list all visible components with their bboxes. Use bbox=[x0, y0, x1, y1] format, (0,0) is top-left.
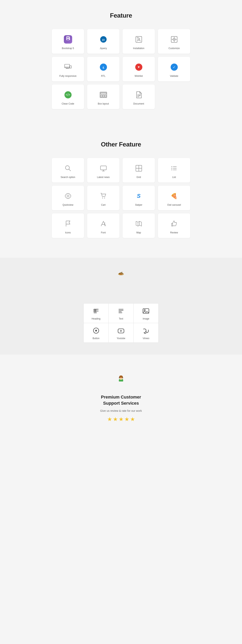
star-5: ★ bbox=[130, 416, 135, 422]
owl-icon-wrap: 🍕 bbox=[169, 191, 179, 201]
text-icon bbox=[117, 308, 125, 316]
youtube-label: Youtube bbox=[117, 337, 125, 340]
feature-card-responsive: Fully responsive bbox=[52, 57, 84, 81]
owlcarousel-label: Owl carousel bbox=[167, 204, 181, 206]
other-card-quickview: Quickview bbox=[52, 186, 84, 210]
jquery-label: Jquery bbox=[100, 47, 107, 50]
icons-label: Icons bbox=[65, 231, 71, 234]
avatar-illustration bbox=[117, 374, 125, 382]
boxlayout-icon bbox=[100, 91, 107, 98]
eye-icon bbox=[64, 192, 72, 200]
wishlist-icon: ♥ bbox=[135, 64, 142, 71]
search-icon bbox=[64, 165, 72, 172]
widget-heading: H Heading bbox=[84, 304, 108, 323]
vimeo-icon bbox=[142, 327, 149, 335]
svg-point-35 bbox=[120, 274, 121, 274]
widget-button: Button bbox=[84, 323, 108, 342]
jquery-icon-wrap: jQ bbox=[99, 35, 108, 44]
wishlist-label: Wishlist bbox=[135, 75, 143, 78]
feature-card-wishlist: ♥ Wishlist bbox=[123, 57, 155, 81]
list-label: List bbox=[172, 176, 176, 178]
svg-rect-10 bbox=[70, 66, 71, 68]
image-icon bbox=[142, 308, 149, 316]
svg-point-24 bbox=[104, 198, 105, 198]
other-card-latestnews: Latest news bbox=[87, 158, 119, 182]
feature-card-rtl: ع RTL bbox=[87, 57, 119, 81]
document-icon-wrap bbox=[134, 90, 144, 100]
bootstrap-icon-wrap bbox=[63, 35, 73, 44]
widget-grid: H Heading Text Image bbox=[83, 303, 159, 343]
feature-card-document: Document bbox=[123, 84, 155, 109]
map-icon bbox=[135, 220, 142, 227]
customize-label: Customize bbox=[168, 47, 180, 50]
widget-youtube: Youtube bbox=[109, 323, 133, 342]
feature-card-cleancode: </> Clean Code bbox=[52, 84, 84, 109]
widget-section: H Heading Text Image bbox=[0, 258, 242, 354]
svg-point-33 bbox=[121, 274, 122, 274]
installation-icon bbox=[135, 36, 142, 43]
flag-icon bbox=[64, 220, 72, 227]
cleancode-label: Clean Code bbox=[62, 102, 74, 105]
other-card-grid: Grid bbox=[123, 158, 155, 182]
svg-point-43 bbox=[123, 274, 123, 274]
rtl-label: RTL bbox=[101, 75, 105, 78]
star-rating: ★ ★ ★ ★ ★ bbox=[4, 416, 238, 422]
responsive-icon-wrap bbox=[63, 62, 73, 72]
feature-section: Feature Bootstrap 5 jQ Jquery bbox=[0, 0, 242, 121]
grid-label: Grid bbox=[136, 176, 141, 178]
swiper-icon: S bbox=[137, 193, 141, 199]
button-label: Button bbox=[92, 337, 99, 340]
feature-grid: Bootstrap 5 jQ Jquery bbox=[52, 29, 190, 109]
font-icon bbox=[100, 220, 107, 227]
boxlayout-label: Box layout bbox=[98, 102, 109, 105]
svg-point-5 bbox=[138, 37, 138, 38]
other-card-list: List bbox=[158, 158, 190, 182]
other-card-map: Map bbox=[123, 214, 155, 238]
bootstrap-icon bbox=[64, 35, 72, 44]
support-subtitle: Give us review & rate for our work bbox=[4, 409, 238, 412]
feature-card-jquery: jQ Jquery bbox=[87, 29, 119, 54]
installation-label: Installation bbox=[133, 47, 144, 50]
validate-icon-wrap: ✓ bbox=[169, 62, 179, 72]
other-feature-section: Other Feature Search option Latest news bbox=[0, 129, 242, 250]
text-label: Text bbox=[119, 317, 123, 320]
responsive-label: Fully responsive bbox=[59, 75, 76, 78]
map-icon-wrap bbox=[134, 219, 144, 228]
svg-rect-2 bbox=[136, 36, 142, 42]
thumbup-icon bbox=[171, 220, 178, 227]
svg-rect-14 bbox=[103, 95, 104, 97]
customize-icon-wrap bbox=[169, 35, 179, 44]
support-avatar bbox=[113, 374, 129, 390]
heading-label: Heading bbox=[92, 317, 100, 320]
font-icon-wrap bbox=[99, 219, 108, 228]
star-1: ★ bbox=[107, 416, 112, 422]
font-label: Font bbox=[101, 231, 106, 234]
svg-point-34 bbox=[121, 274, 121, 274]
star-2: ★ bbox=[113, 416, 118, 422]
svg-point-31 bbox=[120, 274, 120, 274]
svg-rect-12 bbox=[101, 93, 106, 94]
svg-text:H: H bbox=[93, 309, 96, 313]
other-card-font: Font bbox=[87, 214, 119, 238]
document-icon bbox=[135, 91, 142, 98]
other-card-review: Review bbox=[158, 214, 190, 238]
installation-icon-wrap bbox=[134, 35, 144, 44]
flag-icon-wrap bbox=[63, 219, 73, 228]
spice-image bbox=[101, 270, 141, 295]
validate-label: Validate bbox=[170, 75, 178, 78]
other-card-search: Search option bbox=[52, 158, 84, 182]
quickview-label: Quickview bbox=[62, 204, 73, 206]
bootstrap-label: Bootstrap 5 bbox=[62, 47, 74, 50]
widget-image: Image bbox=[134, 304, 158, 323]
svg-point-23 bbox=[102, 198, 103, 198]
svg-point-32 bbox=[120, 274, 120, 274]
svg-point-16 bbox=[65, 166, 69, 170]
cleancode-icon: </> bbox=[64, 91, 72, 98]
cart-icon-wrap bbox=[99, 191, 108, 201]
svg-rect-17 bbox=[100, 166, 106, 170]
wishlist-icon-wrap: ♥ bbox=[134, 62, 144, 72]
review-label: Review bbox=[170, 231, 178, 234]
image-label: Image bbox=[143, 317, 149, 320]
swiper-icon-wrap: S bbox=[134, 191, 144, 201]
widget-vimeo: Vimeo bbox=[134, 323, 158, 342]
